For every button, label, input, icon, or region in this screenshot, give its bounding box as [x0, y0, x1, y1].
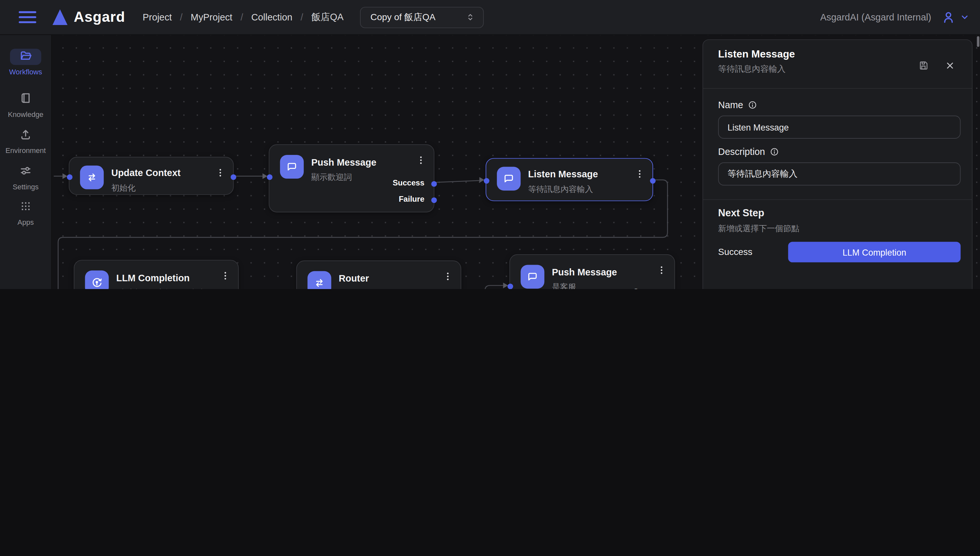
input-port[interactable]: [507, 283, 513, 289]
description-label: Description: [718, 146, 779, 157]
info-icon: [748, 100, 758, 110]
info-icon: [769, 147, 779, 157]
next-step-subtitle: 新增或選擇下一個節點: [718, 223, 799, 234]
breadcrumb-separator: /: [301, 12, 303, 23]
node-router[interactable]: Router依據If、Else If、Else條件決定工作流程執行的路徑是客服E…: [296, 260, 462, 289]
panel-divider: [703, 88, 972, 89]
workflow-version-dropdown[interactable]: Copy of 飯店QA: [360, 6, 483, 27]
swap-icon: [80, 166, 104, 189]
breadcrumb-myproject[interactable]: MyProject: [191, 12, 232, 23]
panel-title: Listen Message: [718, 48, 795, 60]
scrollbar-thumb[interactable]: [977, 36, 979, 47]
panel-subtitle: 等待訊息內容輸入: [718, 64, 786, 75]
output-port[interactable]: [230, 174, 236, 179]
name-input[interactable]: [718, 116, 961, 139]
node-title: Listen Message: [528, 168, 598, 179]
node-push-message-agent[interactable]: Push Message是客服SuccessFailure: [510, 254, 675, 289]
output-label: Failure: [399, 195, 424, 204]
next-node-button[interactable]: LLM Completion: [788, 242, 961, 262]
account-chevron-down-icon[interactable]: [959, 12, 970, 23]
node-title: Push Message: [552, 267, 617, 277]
input-port[interactable]: [66, 174, 72, 179]
breadcrumb-project[interactable]: Project: [143, 12, 172, 23]
node-llm-completion[interactable]: LLM Completion呼叫大型語言模型並產生結構化的資料輸出以輔助流程的決…: [74, 260, 239, 289]
next-step-title: Next Step: [718, 207, 764, 219]
brand-name: Asgard: [74, 9, 125, 26]
sidebar-item-apps[interactable]: Apps: [0, 199, 51, 226]
node-description: 等待訊息內容輸入: [528, 183, 593, 196]
node-listen-message[interactable]: Listen Message等待訊息內容輸入: [486, 158, 653, 201]
breadcrumb-workflow[interactable]: 飯店QA: [311, 11, 343, 23]
sidebar-item-label: Environment: [5, 147, 46, 154]
node-description: 依據If、Else If、Else條件決定工作流程執行的路徑: [339, 288, 445, 289]
sidebar-nav: WorkflowsKnowledgeEnvironmentSettingsApp…: [0, 35, 52, 289]
workflow-version-label: Copy of 飯店QA: [371, 11, 436, 23]
sidebar-item-settings[interactable]: Settings: [0, 164, 51, 191]
chevrons-up-down-icon: [465, 12, 475, 23]
edge-router-to-push-message-agent: [462, 286, 503, 289]
app-window: Asgard Project / MyProject / Collection …: [0, 0, 980, 289]
sidebar-item-environment[interactable]: Environment: [0, 127, 51, 154]
node-menu-icon[interactable]: [214, 166, 226, 179]
node-inspector-panel: Listen Message 等待訊息內容輸入 Name Description…: [703, 39, 972, 289]
sidebar-item-label: Knowledge: [8, 110, 43, 118]
node-description: 是客服: [552, 281, 576, 289]
upload-icon: [19, 127, 32, 144]
breadcrumb: Project / MyProject / Collection / 飯店QA: [143, 11, 343, 23]
input-port[interactable]: [483, 178, 489, 183]
sidebar-item-knowledge[interactable]: Knowledge: [0, 91, 51, 118]
node-title: Update Context: [111, 167, 180, 178]
panel-divider: [703, 199, 972, 200]
asgard-logo-icon: [53, 10, 68, 25]
output-label: Success: [392, 179, 424, 187]
output-label: Success: [633, 288, 665, 289]
sidebar-item-label: Workflows: [9, 68, 42, 76]
chat-icon: [280, 155, 304, 179]
user-icon[interactable]: [941, 10, 956, 24]
description-input[interactable]: [718, 162, 961, 186]
sidebar-item-label: Apps: [18, 218, 34, 226]
edge-push-message-welcome-to-listen-message: [434, 181, 479, 183]
grid-icon: [19, 199, 32, 216]
close-icon[interactable]: [944, 60, 956, 71]
sliders-icon: [19, 164, 32, 180]
breadcrumb-collection[interactable]: Collection: [251, 12, 292, 23]
chat-icon: [520, 265, 544, 289]
output-port[interactable]: [650, 178, 655, 183]
node-push-message-welcome[interactable]: Push Message顯示歡迎詞SuccessFailure: [269, 144, 434, 212]
output-port[interactable]: [431, 197, 436, 203]
node-title: Router: [339, 273, 369, 284]
breadcrumb-separator: /: [240, 12, 243, 23]
folder-icon: [19, 49, 32, 65]
top-bar: Asgard Project / MyProject / Collection …: [0, 0, 980, 35]
node-title: Push Message: [311, 157, 376, 168]
node-description: 初始化: [111, 182, 136, 194]
node-menu-icon[interactable]: [415, 154, 426, 166]
node-description: 顯示歡迎詞: [311, 171, 352, 184]
menu-icon[interactable]: [19, 11, 36, 23]
node-description: 呼叫大型語言模型並產生結構化的資料輸出以輔助流程的決策或生成自然語言輸出: [116, 287, 211, 289]
node-menu-icon[interactable]: [219, 269, 231, 281]
name-label: Name: [718, 99, 757, 110]
book-icon: [19, 91, 32, 108]
node-title: LLM Completion: [116, 273, 190, 283]
node-update-context[interactable]: Update Context初始化: [69, 157, 234, 195]
chat-icon: [497, 167, 520, 191]
save-icon[interactable]: [918, 60, 930, 71]
node-menu-icon[interactable]: [656, 264, 667, 276]
branch-success-label: Success: [718, 247, 752, 257]
node-menu-icon[interactable]: [442, 270, 453, 282]
swap-icon: [308, 271, 331, 289]
output-port[interactable]: [431, 181, 436, 186]
breadcrumb-separator: /: [180, 12, 183, 23]
ai-icon: [85, 270, 109, 289]
sidebar-item-label: Settings: [13, 183, 39, 191]
node-menu-icon[interactable]: [633, 167, 645, 179]
input-port[interactable]: [266, 174, 272, 179]
account-label: AsgardAI (Asgard Internal): [820, 12, 931, 23]
sidebar-item-workflows[interactable]: Workflows: [0, 49, 51, 76]
